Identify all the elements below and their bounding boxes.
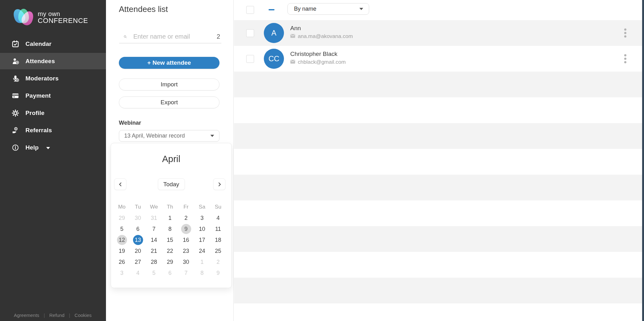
calendar-day[interactable]: 5	[117, 224, 127, 234]
sidebar-footer: Agreements|Refund|Cookies	[14, 313, 92, 318]
calendar-grid: MoTuWeThFrSaSu29303112345678910111213141…	[114, 202, 226, 278]
calendar-day[interactable]: 8	[165, 224, 175, 234]
footer-link-refund[interactable]: Refund	[49, 313, 64, 318]
calendar-day-cell: 7	[178, 267, 194, 278]
profile-icon	[12, 109, 19, 117]
attendee-email: ana.ma@akovana.com	[290, 33, 353, 40]
calendar-day[interactable]: 2	[213, 257, 223, 267]
calendar-day[interactable]: 6	[133, 224, 143, 234]
calendar-day[interactable]: 3	[117, 268, 127, 278]
calendar-day[interactable]: 10	[197, 224, 207, 234]
calendar-day[interactable]: 24	[197, 246, 207, 256]
calendar-day-cell: 2	[178, 212, 194, 223]
search-field[interactable]: 2	[119, 30, 221, 43]
calendar-day[interactable]: 31	[149, 213, 159, 223]
attendee-email: chblack@gmail.com	[290, 59, 346, 65]
sidebar-nav: CalendarAttendeesModeratorsPaymentProfil…	[0, 35, 106, 156]
row-menu-kebab-icon[interactable]	[623, 27, 628, 39]
page-scrollbar[interactable]	[642, 0, 644, 321]
import-button[interactable]: Import	[119, 79, 219, 90]
calendar-day[interactable]: 1	[165, 213, 175, 223]
calendar-day[interactable]: 30	[181, 257, 191, 267]
new-attendee-button[interactable]: + New attendee	[119, 57, 219, 69]
sidebar-item-label: Payment	[25, 92, 51, 99]
calendar-day-cell: 5	[146, 267, 162, 278]
calendar-day-cell: 24	[194, 245, 210, 256]
search-input[interactable]	[127, 33, 217, 40]
calendar-day[interactable]: 25	[213, 246, 223, 256]
sidebar-item-profile[interactable]: Profile	[0, 104, 106, 122]
calendar-day[interactable]: 4	[213, 213, 223, 223]
calendar-day-cell: 13	[130, 234, 146, 245]
calendar-day[interactable]: 3	[197, 213, 207, 223]
calendar-day[interactable]: 15	[165, 235, 175, 245]
calendar-day[interactable]: 20	[133, 246, 143, 256]
calendar-day[interactable]: 9	[181, 224, 191, 234]
calendar-day[interactable]: 9	[213, 268, 223, 278]
calendar-day[interactable]: 11	[213, 224, 223, 234]
row-menu-kebab-icon[interactable]	[623, 53, 628, 65]
calendar-day-cell: 27	[130, 256, 146, 267]
calendar-day-selected[interactable]: 13	[133, 235, 143, 245]
logo-mark-icon	[14, 9, 33, 26]
calendar-day[interactable]: 29	[165, 257, 175, 267]
calendar-day[interactable]: 23	[181, 246, 191, 256]
page-title: Attendees list	[119, 4, 168, 14]
attendee-info: Annana.ma@akovana.com	[290, 25, 353, 40]
footer-link-agreements[interactable]: Agreements	[14, 313, 39, 318]
envelope-icon	[290, 33, 295, 40]
sidebar-item-attendees[interactable]: Attendees	[0, 52, 106, 70]
sort-select-value: By name	[288, 6, 359, 12]
calendar-day-cell: 28	[146, 256, 162, 267]
calendar-prev-button[interactable]	[114, 178, 126, 190]
calendar-today-button[interactable]: Today	[158, 178, 185, 190]
select-all-checkbox[interactable]	[246, 6, 254, 14]
calendar-day-cell: 1	[194, 256, 210, 267]
calendar-popup: April Today MoTuWeThFrSaSu29303112345678…	[111, 143, 232, 288]
calendar-day[interactable]: 7	[181, 268, 191, 278]
calendar-day[interactable]: 14	[149, 235, 159, 245]
calendar-next-button[interactable]	[213, 178, 225, 190]
sidebar-item-payment[interactable]: Payment	[0, 87, 106, 104]
sort-select[interactable]: By name	[287, 3, 369, 15]
calendar-day[interactable]: 16	[181, 235, 191, 245]
calendar-day[interactable]: 26	[117, 257, 127, 267]
footer-link-cookies[interactable]: Cookies	[75, 313, 92, 318]
calendar-day[interactable]: 28	[149, 257, 159, 267]
sidebar-item-calendar[interactable]: Calendar	[0, 35, 106, 52]
app-logo[interactable]: my own CONFERENCE	[14, 9, 88, 26]
calendar-day[interactable]: 12	[117, 235, 127, 245]
attendees-panel: Attendees list 2 + New attendee Import E…	[106, 0, 234, 321]
webinar-select[interactable]: 13 April, Webinar record	[119, 130, 219, 142]
export-button[interactable]: Export	[119, 96, 219, 108]
calendar-day[interactable]: 6	[165, 268, 175, 278]
calendar-day[interactable]: 21	[149, 246, 159, 256]
calendar-day[interactable]: 22	[165, 246, 175, 256]
sidebar-item-referrals[interactable]: Referrals	[0, 122, 106, 139]
calendar-day[interactable]: 29	[117, 213, 127, 223]
calendar-day[interactable]: 5	[149, 268, 159, 278]
calendar-day-cell: 15	[162, 234, 178, 245]
calendar-day[interactable]: 2	[181, 213, 191, 223]
attendee-checkbox[interactable]	[246, 29, 254, 37]
sidebar-item-moderators[interactable]: Moderators	[0, 70, 106, 87]
calendar-day[interactable]: 27	[133, 257, 143, 267]
sidebar-item-help[interactable]: Help	[0, 139, 106, 156]
calendar-day[interactable]: 17	[197, 235, 207, 245]
calendar-day[interactable]: 19	[117, 246, 127, 256]
attendee-row[interactable]: AAnnana.ma@akovana.com	[234, 20, 644, 46]
calendar-day-cell: 7	[146, 223, 162, 234]
calendar-day[interactable]: 1	[197, 257, 207, 267]
attendee-checkbox[interactable]	[246, 55, 254, 63]
calendar-day[interactable]: 4	[133, 268, 143, 278]
calendar-day[interactable]: 7	[149, 224, 159, 234]
webinar-label: Webinar	[119, 120, 141, 126]
minus-icon[interactable]	[269, 9, 275, 10]
calendar-day[interactable]: 18	[213, 235, 223, 245]
calendar-day-cell: 25	[210, 245, 226, 256]
calendar-day[interactable]: 8	[197, 268, 207, 278]
calendar-day[interactable]: 30	[133, 213, 143, 223]
help-icon	[12, 144, 19, 151]
attendee-row[interactable]: CCChristopher Blackchblack@gmail.com	[234, 46, 644, 72]
weekday-label: We	[146, 202, 162, 212]
